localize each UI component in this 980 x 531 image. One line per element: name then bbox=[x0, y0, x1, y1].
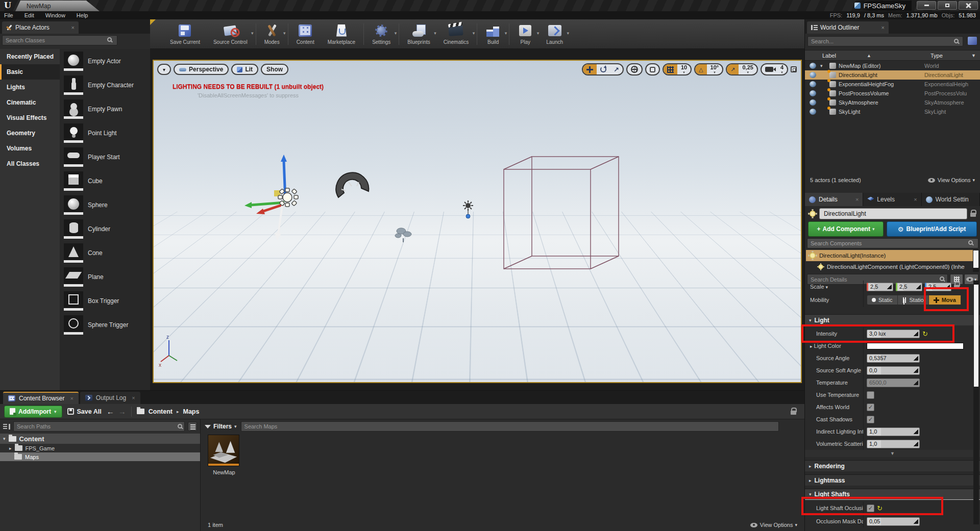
details-scrollbar[interactable] bbox=[973, 281, 979, 524]
scale-z-field[interactable]: 2,5 bbox=[925, 283, 951, 291]
outliner-row-newmap[interactable]: ▾ NewMap (Editor) World bbox=[805, 61, 980, 70]
close-icon[interactable]: × bbox=[71, 24, 75, 31]
launch-button[interactable]: Launch▾ bbox=[540, 19, 570, 48]
back-arrow-button[interactable]: ← bbox=[107, 407, 114, 416]
cinematics-button[interactable]: Cinematics▾ bbox=[437, 19, 475, 48]
visibility-eye-icon[interactable] bbox=[810, 90, 816, 96]
visibility-eye-icon[interactable] bbox=[810, 72, 816, 78]
perspective-button[interactable]: Perspective bbox=[174, 64, 229, 75]
show-button[interactable]: Show bbox=[261, 64, 288, 75]
actor-item-cone[interactable]: Cone bbox=[60, 241, 150, 265]
tab-output-log[interactable]: Output Log × bbox=[80, 392, 140, 404]
actor-item-sphere[interactable]: Sphere bbox=[60, 193, 150, 217]
search-components-input[interactable] bbox=[807, 238, 978, 248]
close-icon[interactable]: × bbox=[881, 24, 885, 31]
use-temperature-checkbox[interactable] bbox=[867, 391, 874, 399]
content-button[interactable]: Content bbox=[290, 19, 321, 48]
indirect-lighting-field[interactable]: 1,0 bbox=[867, 427, 920, 436]
tree-item-fps-game[interactable]: ▸ FPS_Game bbox=[0, 444, 200, 452]
visibility-eye-icon[interactable] bbox=[810, 109, 816, 115]
actor-item-plane[interactable]: Plane bbox=[60, 265, 150, 289]
close-icon[interactable]: × bbox=[855, 196, 859, 203]
reset-icon[interactable]: ↺ bbox=[922, 330, 928, 338]
move-tool-button[interactable] bbox=[583, 64, 597, 74]
add-actor-icon[interactable] bbox=[968, 37, 977, 45]
grid-snap-value[interactable]: 10▾ bbox=[677, 64, 691, 74]
save-current-button[interactable]: Save Current bbox=[163, 19, 207, 48]
add-import-button[interactable]: Add/Import ▾ bbox=[4, 406, 62, 418]
rotation-snap-toggle[interactable]: △ bbox=[695, 64, 706, 74]
world-outliner-tab[interactable]: World Outliner × bbox=[807, 21, 889, 34]
close-icon[interactable]: × bbox=[132, 395, 135, 401]
maximize-button[interactable] bbox=[938, 1, 957, 10]
lock-icon[interactable] bbox=[970, 213, 976, 217]
breadcrumb-maps[interactable]: Maps bbox=[183, 408, 199, 415]
actor-item-empty-character[interactable]: Empty Character bbox=[60, 73, 150, 97]
search-classes-input[interactable] bbox=[2, 35, 117, 45]
mobility-movable-button[interactable]: Mova bbox=[929, 295, 961, 305]
close-button[interactable] bbox=[959, 1, 978, 10]
visibility-eye-icon[interactable] bbox=[810, 99, 816, 106]
show-advanced-expander[interactable]: ▼ bbox=[805, 450, 980, 457]
rotate-tool-button[interactable] bbox=[597, 64, 610, 74]
sources-view-icon[interactable] bbox=[188, 422, 197, 431]
add-component-button[interactable]: +Add Component▾ bbox=[808, 221, 884, 237]
type-column-header[interactable]: Type bbox=[930, 53, 943, 59]
tab-world-settings[interactable]: World Settin bbox=[922, 193, 980, 206]
mobility-stationary-button[interactable]: Statio bbox=[898, 295, 929, 305]
actor-item-empty-pawn[interactable]: Empty Pawn bbox=[60, 97, 150, 121]
cb-view-options-button[interactable]: View Options ▾ bbox=[750, 522, 797, 528]
scale-x-field[interactable]: 2,5 bbox=[867, 283, 893, 291]
build-button[interactable]: Build▾ bbox=[479, 19, 507, 48]
play-button[interactable]: Play▾ bbox=[511, 19, 540, 48]
category-recently-placed[interactable]: Recently Placed bbox=[0, 49, 60, 64]
rotation-snap-value[interactable]: 10°▾ bbox=[707, 64, 723, 74]
category-basic[interactable]: Basic bbox=[0, 64, 60, 80]
label-column-header[interactable]: Label bbox=[822, 53, 836, 59]
surface-snap-button[interactable] bbox=[646, 64, 659, 74]
light-shaft-occlusion-checkbox[interactable]: ✓ bbox=[867, 504, 874, 512]
affects-world-checkbox[interactable]: ✓ bbox=[867, 403, 874, 411]
occlusion-mask-field[interactable]: 0,05 bbox=[867, 517, 920, 526]
save-all-button[interactable]: Save All bbox=[67, 408, 102, 415]
level-tab[interactable]: NewMap bbox=[15, 1, 100, 11]
outliner-row-exponentialheightfog[interactable]: ExponentialHeightFog ExponentialHeigh bbox=[805, 80, 980, 89]
settings-button[interactable]: Settings▾ bbox=[365, 19, 397, 48]
outliner-search-input[interactable] bbox=[807, 36, 963, 46]
collapse-sources-icon[interactable] bbox=[3, 424, 10, 429]
source-soft-angle-field[interactable]: 0,0 bbox=[867, 366, 920, 375]
asset-newmap[interactable]: NewMap bbox=[208, 435, 240, 475]
component-row-lightcomponent[interactable]: DirectionalLightComponent (LightComponen… bbox=[806, 262, 973, 272]
menu-window[interactable]: Window bbox=[45, 12, 65, 18]
category-lights[interactable]: Lights bbox=[0, 80, 60, 95]
maximize-viewport-button[interactable] bbox=[791, 66, 797, 72]
actor-item-player-start[interactable]: Player Start bbox=[60, 145, 150, 169]
actor-item-cylinder[interactable]: Cylinder bbox=[60, 217, 150, 241]
intensity-field[interactable]: 3,0 lux bbox=[867, 330, 920, 338]
search-assets-input[interactable] bbox=[241, 421, 779, 432]
mobility-static-button[interactable]: Static bbox=[867, 295, 898, 305]
close-icon[interactable]: × bbox=[70, 395, 73, 401]
search-paths-input[interactable] bbox=[13, 421, 185, 432]
viewport-options-button[interactable]: ▾ bbox=[157, 64, 171, 75]
outliner-row-postprocessvolume[interactable]: PostProcessVolume PostProcessVolu bbox=[805, 89, 980, 98]
component-scrollbar[interactable] bbox=[973, 250, 979, 272]
section-light[interactable]: ▾Light bbox=[805, 314, 980, 325]
tree-item-maps[interactable]: Maps bbox=[0, 452, 200, 461]
breadcrumb-content[interactable]: Content bbox=[149, 408, 173, 415]
type-filter-icon[interactable]: ▼ bbox=[971, 53, 976, 58]
source-angle-field[interactable]: 0,5357 bbox=[867, 354, 920, 363]
source-control-button[interactable]: Source Control▾ bbox=[207, 19, 254, 48]
actor-item-sphere-trigger[interactable]: Sphere Trigger bbox=[60, 313, 150, 337]
blueprint-add-script-button[interactable]: ⚙Blueprint/Add Script bbox=[887, 221, 977, 237]
visibility-eye-icon[interactable] bbox=[810, 81, 816, 87]
lock-icon[interactable] bbox=[954, 285, 960, 289]
lock-icon[interactable] bbox=[791, 411, 796, 415]
lit-mode-button[interactable]: Lit bbox=[231, 64, 258, 75]
tree-item-content[interactable]: ▾ Content bbox=[0, 434, 200, 444]
volumetric-scattering-field[interactable]: 1,0 bbox=[867, 440, 920, 448]
tab-details[interactable]: Details× bbox=[805, 193, 863, 206]
menu-file[interactable]: File bbox=[4, 12, 13, 18]
camera-speed-button[interactable] bbox=[762, 64, 777, 74]
outliner-view-options-button[interactable]: View Options ▾ bbox=[928, 177, 975, 183]
